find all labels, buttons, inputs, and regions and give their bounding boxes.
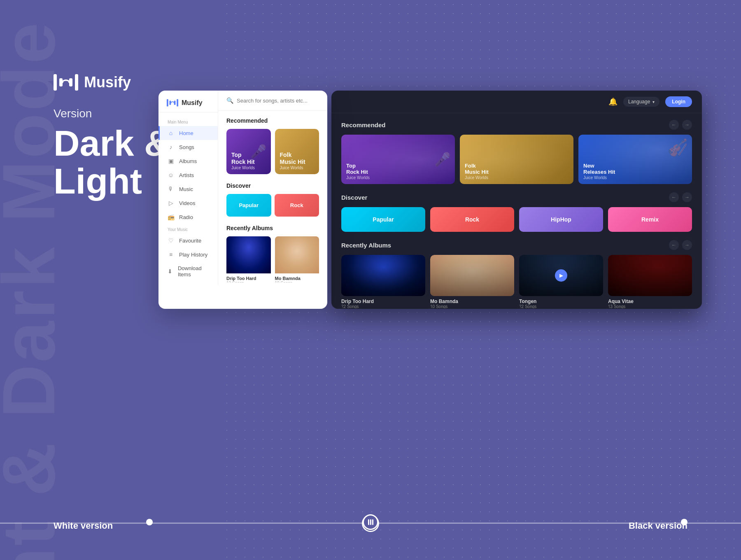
main-menu-title: Main Menu <box>158 117 218 126</box>
background-text: Light & Dark Mode <box>0 21 66 560</box>
light-main-content: 🔍 Recommended 🎤 TopRock Hit Juice Worlds <box>218 91 327 285</box>
sidebar-item-home[interactable]: ⌂ Home <box>158 126 218 140</box>
dark-album-thumb-4 <box>608 255 692 296</box>
sidebar-item-play-history[interactable]: ≡ Play History <box>158 247 218 261</box>
dark-album-gradient-1 <box>341 255 425 296</box>
next-disc-button[interactable]: → <box>682 192 692 202</box>
sidebar-item-artists[interactable]: ☺ Artists <box>158 168 218 182</box>
album-face-2 <box>275 236 319 273</box>
sidebar-item-download[interactable]: ⬇ Download Items <box>158 261 218 281</box>
light-sidebar-content: Main Menu ⌂ Home ♪ Songs ▣ Albums <box>158 112 218 285</box>
search-bar: 🔍 <box>218 91 327 111</box>
light-main-scroll: Recommended 🎤 TopRock Hit Juice Worlds F… <box>218 111 327 282</box>
discover-cards: Papular Rock <box>226 194 319 217</box>
dark-rec-title-3: NewReleases Hit <box>583 163 615 175</box>
lang-chevron-icon: ▾ <box>652 100 655 104</box>
videos-icon: ▷ <box>168 200 174 206</box>
sidebar-item-favourite[interactable]: ♡ Favourite <box>158 233 218 247</box>
dark-album-title-4: Aqua Vitae <box>608 299 692 304</box>
dark-album-2[interactable]: Mo Bamnda 10 Songs <box>430 255 514 308</box>
brand-logo-area: Musify <box>54 72 131 93</box>
dark-rec-card-3[interactable]: 🎻 NewReleases Hit Juice Worlds <box>578 135 692 184</box>
next-albums-button[interactable]: → <box>682 240 692 250</box>
rec-card-folk[interactable]: FolkMusic Hit Juice Worlds <box>275 129 319 174</box>
disc-card-rock[interactable]: Rock <box>275 194 319 217</box>
discover-section-title: Discover <box>226 182 319 189</box>
dark-disc-papular[interactable]: Papular <box>341 207 425 232</box>
dark-rec-subtitle-3: Juice Worlds <box>583 175 615 180</box>
sidebar-item-albums[interactable]: ▣ Albums <box>158 154 218 168</box>
disc-rock-label: Rock <box>290 202 303 208</box>
light-album-thumb-2 <box>275 236 319 273</box>
dark-discover-header: Discover ← → <box>341 192 692 202</box>
login-button[interactable]: Login <box>665 96 692 107</box>
rec-card-title-2: FolkMusic Hit <box>280 152 305 166</box>
sidebar-nav: Musify Main Menu ⌂ Home ♪ Songs ▣ <box>158 91 218 285</box>
search-input[interactable] <box>237 98 319 104</box>
sidebar-favourite-label: Favourite <box>179 238 201 244</box>
prev-rec-button[interactable]: ← <box>669 120 679 130</box>
light-sidebar-panel: Musify Main Menu ⌂ Home ♪ Songs ▣ <box>158 91 327 309</box>
sidebar-download-label: Download Items <box>178 265 209 278</box>
light-album-title-2: Mo Bamnda <box>275 276 319 281</box>
your-music-title: Your Music <box>158 224 218 233</box>
dark-albums-header: Recently Albums ← → <box>341 240 692 250</box>
brand-logo-icon <box>54 72 78 93</box>
dark-rec-text-2: FolkMusic Hit Juice Worlds <box>465 163 489 180</box>
black-version-label: Black version <box>629 520 687 531</box>
dark-album-thumb-1 <box>341 255 425 296</box>
notification-bell-icon[interactable]: 🔔 <box>608 97 618 106</box>
dark-albums-title: Recently Albums <box>341 242 391 249</box>
svg-rect-0 <box>54 74 57 91</box>
dark-album-thumb-2 <box>430 255 514 296</box>
rec-card-text-2: FolkMusic Hit Juice Worlds <box>280 152 305 170</box>
sidebar-home-label: Home <box>179 130 193 136</box>
svg-rect-1 <box>75 74 78 91</box>
sidebar-music-label: Music <box>179 186 193 192</box>
music-icon: 🎙 <box>168 186 174 192</box>
language-button[interactable]: Language ▾ <box>623 97 659 107</box>
light-album-1[interactable]: Drip Too Hard 12 Songs <box>226 236 271 282</box>
dark-disc-cards: Papular Rock HipHop Remix <box>341 207 692 232</box>
dark-disc-rock[interactable]: Rock <box>430 207 514 232</box>
dark-rec-card-2[interactable]: FolkMusic Hit Juice Worlds <box>460 135 573 184</box>
prev-albums-button[interactable]: ← <box>669 240 679 250</box>
language-label: Language <box>628 99 650 105</box>
dark-disc-hiphop[interactable]: HipHop <box>519 207 603 232</box>
sidebar-item-radio[interactable]: 📻 Radio <box>158 210 218 224</box>
next-rec-button[interactable]: → <box>682 120 692 130</box>
rec-card-subtitle-1: Juice Worlds <box>231 166 255 170</box>
slider-handle[interactable] <box>363 514 378 530</box>
dark-rec-text-1: TopRock Hit Juice Worlds <box>346 163 370 180</box>
dark-recommended-title: Recommended <box>341 121 386 128</box>
main-title: Dark & Light <box>54 124 170 201</box>
dark-disc-remix[interactable]: Remix <box>608 207 692 232</box>
dark-album-count-3: 22 Songs <box>519 304 603 308</box>
light-album-count-1: 12 Songs <box>226 281 271 282</box>
dark-panel: 🔔 Language ▾ Login Recommended ← → <box>331 91 702 309</box>
dark-disc-rock-label: Rock <box>465 216 479 223</box>
radio-icon: 📻 <box>168 214 174 220</box>
sidebar-item-music[interactable]: 🎙 Music <box>158 182 218 196</box>
disc-papular-label: Papular <box>239 202 259 208</box>
dark-rec-card-1[interactable]: 🎤 TopRock Hit Juice Worlds <box>341 135 455 184</box>
dark-album-3[interactable]: ▶ Tongen 22 Songs <box>519 255 603 308</box>
dark-disc-papular-label: Papular <box>373 216 394 223</box>
sidebar-item-videos[interactable]: ▷ Videos <box>158 196 218 210</box>
albums-icon: ▣ <box>168 158 174 164</box>
play-button-3[interactable]: ▶ <box>555 269 567 282</box>
dark-album-1[interactable]: Drip Too Hard 22 Songs <box>341 255 425 308</box>
prev-disc-button[interactable]: ← <box>669 192 679 202</box>
dark-album-title-3: Tongen <box>519 299 603 304</box>
light-album-2[interactable]: Mo Bamnda 10 Songs <box>275 236 319 282</box>
dark-disc-remix-label: Remix <box>641 216 659 223</box>
light-album-cards: Drip Too Hard 12 Songs Mo Bamnda 10 Song… <box>226 236 319 282</box>
sidebar-item-songs[interactable]: ♪ Songs <box>158 140 218 154</box>
dark-album-4[interactable]: Aqua Vitae 13 Songs <box>608 255 692 308</box>
recently-albums-title: Recently Albums <box>226 225 319 231</box>
disc-card-papular[interactable]: Papular <box>226 194 271 217</box>
rec-card-top-rock[interactable]: 🎤 TopRock Hit Juice Worlds <box>226 129 271 174</box>
dark-album-count-4: 13 Songs <box>608 304 692 308</box>
recommended-cards: 🎤 TopRock Hit Juice Worlds FolkMusic Hit… <box>226 129 319 174</box>
svg-rect-4 <box>167 99 168 107</box>
